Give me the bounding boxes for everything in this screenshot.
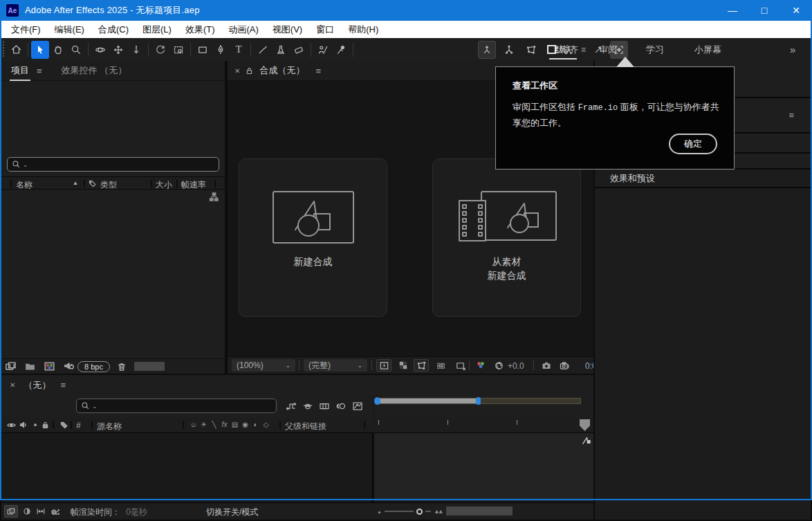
new-composition-from-footage-card[interactable]: 从素材 新建合成 (432, 158, 581, 317)
effects-presets-header[interactable]: 效果和预设 (595, 170, 811, 188)
local-axis-mode-button[interactable] (478, 41, 496, 59)
close-tab-icon[interactable]: ✕ (10, 381, 15, 389)
transfer-controls-pane-button[interactable] (21, 505, 33, 518)
puppet-pin-tool-button[interactable] (332, 41, 350, 59)
comp-button-icon[interactable] (580, 435, 592, 446)
ok-button[interactable]: 确定 (669, 134, 717, 154)
menu-file[interactable]: 文件(F) (4, 21, 48, 38)
workspace-tab-default[interactable]: 默认 (549, 38, 577, 61)
new-composition-icon[interactable] (44, 360, 55, 372)
menu-effect[interactable]: 效果(T) (178, 21, 222, 38)
collapse-transform-icon[interactable]: ☀ (199, 421, 209, 428)
hide-shy-layers-button[interactable] (302, 400, 314, 412)
navigator-start-handle[interactable] (374, 397, 380, 405)
rotation-tool-button[interactable] (151, 41, 169, 59)
workspace-tab-small-screen[interactable]: 小屏幕 (694, 38, 721, 61)
exposure-value[interactable]: +0.0 (508, 361, 524, 371)
close-button[interactable]: ✕ (780, 0, 812, 21)
column-name[interactable]: 名称 (16, 179, 33, 191)
layer-switches-pane-button[interactable] (4, 505, 18, 518)
zoom-slider-track[interactable] (385, 511, 414, 512)
zoom-in-icon[interactable]: ▲▲ (434, 508, 442, 515)
hand-tool-button[interactable] (49, 41, 67, 59)
roto-brush-tool-button[interactable] (314, 41, 332, 59)
motion-blur-button[interactable] (335, 400, 347, 412)
rectangle-tool-button[interactable] (194, 41, 212, 59)
menu-edit[interactable]: 编辑(E) (48, 21, 91, 38)
trash-icon[interactable] (116, 361, 127, 372)
column-type[interactable]: 类型 (100, 179, 117, 191)
exposure-button[interactable] (491, 359, 506, 372)
menu-view[interactable]: 视图(V) (266, 21, 309, 38)
eraser-tool-button[interactable] (290, 41, 308, 59)
zoom-slider-handle[interactable] (416, 509, 423, 515)
region-of-interest-button[interactable] (433, 359, 448, 372)
interpret-footage-icon[interactable] (5, 360, 17, 372)
orbit-camera-tool-button[interactable] (91, 41, 109, 59)
lock-column-icon[interactable] (39, 419, 50, 430)
timeline-panel-menu-icon[interactable]: ≡ (60, 380, 66, 390)
take-snapshot-button[interactable] (539, 359, 554, 372)
menu-layer[interactable]: 图层(L) (136, 21, 178, 38)
column-framerate[interactable]: 帧速率 (181, 179, 206, 191)
comp-marker-bin-icon[interactable] (580, 419, 590, 431)
workspace-menu-icon[interactable]: ≡ (581, 38, 586, 61)
show-snapshot-button[interactable] (557, 359, 572, 372)
label-column-icon[interactable] (58, 419, 69, 430)
type-tool-button[interactable]: T (230, 41, 248, 59)
index-column-header[interactable]: # (76, 421, 81, 430)
workspace-overflow-icon[interactable]: » (790, 38, 795, 61)
project-search-input[interactable]: ⌄ (7, 157, 219, 172)
shy-switch-icon[interactable]: ☺ (188, 421, 199, 428)
close-tab-icon[interactable]: ✕ (234, 67, 240, 75)
threed-layer-switch-icon[interactable]: ◇ (261, 421, 271, 428)
project-scrollbar-thumb[interactable] (134, 362, 165, 371)
tab-effect-controls[interactable]: 效果控件 （无） (62, 64, 127, 77)
track-area[interactable] (375, 433, 593, 501)
workspace-tab-learn[interactable]: 学习 (646, 38, 664, 61)
tab-composition[interactable]: 合成（无） (259, 64, 304, 77)
source-name-column-header[interactable]: 源名称 (97, 421, 122, 432)
label-tag-icon[interactable] (88, 179, 97, 188)
new-composition-card[interactable]: 新建合成 (239, 158, 387, 317)
inout-panes-button[interactable] (35, 505, 47, 518)
motion-blur-switch-icon[interactable]: ◉ (240, 421, 250, 428)
flowchart-icon[interactable] (209, 192, 219, 202)
mini-flowchart-button[interactable] (285, 400, 297, 412)
audio-column-icon[interactable] (18, 419, 29, 430)
menu-help[interactable]: 帮助(H) (341, 21, 385, 38)
maximize-button[interactable]: □ (748, 0, 780, 21)
adjustment-layer-switch-icon[interactable]: ◐ (250, 421, 261, 428)
parent-link-column-header[interactable]: 父级和链接 (285, 421, 326, 432)
timeline-hscrollbar-thumb[interactable] (446, 506, 513, 515)
bit-depth-button[interactable]: 8 bpc (77, 361, 110, 372)
menu-composition[interactable]: 合成(C) (91, 21, 136, 38)
render-time-pane-button[interactable] (48, 505, 62, 518)
project-settings-icon[interactable] (63, 360, 75, 372)
dolly-camera-tool-button[interactable] (127, 41, 145, 59)
resolution-dropdown[interactable]: (完整)⌄ (304, 359, 367, 372)
toolbar-grip-handle[interactable] (2, 42, 6, 58)
transparency-grid-button[interactable] (396, 359, 411, 372)
quality-switch-icon[interactable]: ╲ (209, 421, 219, 428)
pan-camera-tool-button[interactable] (109, 41, 127, 59)
mask-visibility-button[interactable] (414, 359, 429, 372)
pan-zoom-frame-button[interactable] (452, 359, 468, 372)
graph-editor-button[interactable] (351, 400, 364, 412)
layer-list-area[interactable] (1, 433, 373, 502)
toggle-switches-modes-button[interactable]: 切换开关/模式 (206, 506, 258, 518)
composition-panel-menu-icon[interactable]: ≡ (315, 66, 321, 76)
clone-stamp-tool-button[interactable] (272, 41, 290, 59)
view-axis-mode-button[interactable] (522, 41, 540, 59)
column-size[interactable]: 大小 (156, 179, 172, 191)
project-panel-menu-icon[interactable]: ≡ (37, 66, 42, 76)
frame-blend-switch-icon[interactable]: ▤ (230, 421, 240, 428)
world-axis-mode-button[interactable] (500, 41, 518, 59)
timecode-display[interactable]: 0:0 (585, 361, 593, 371)
video-visibility-column-icon[interactable] (6, 419, 17, 430)
time-navigator-window[interactable] (378, 399, 477, 403)
timeline-search-input[interactable]: ⌄ (76, 399, 277, 413)
pen-tool-button[interactable] (212, 41, 230, 59)
zoom-tool-button[interactable] (67, 41, 85, 59)
lock-panel-icon[interactable] (245, 66, 254, 75)
